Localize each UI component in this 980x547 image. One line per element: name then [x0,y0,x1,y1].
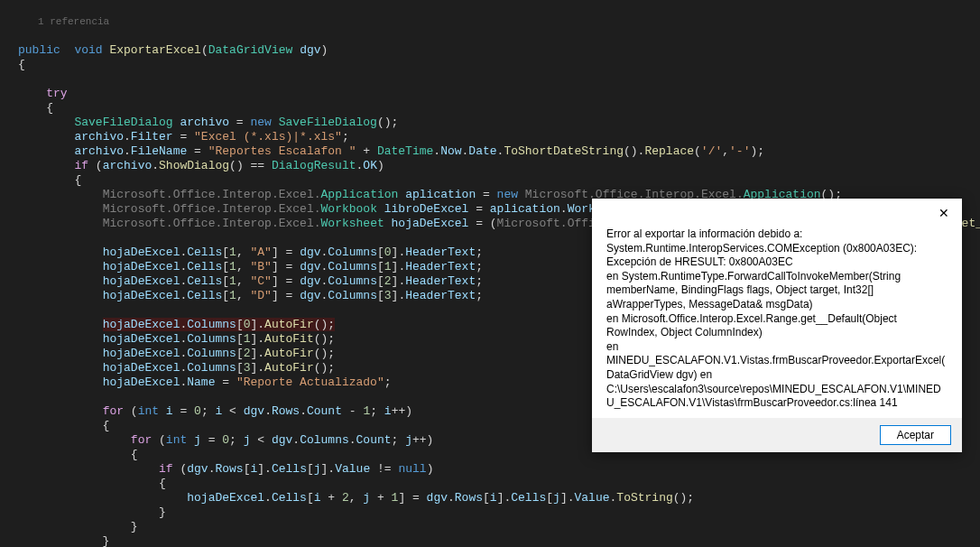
error-line: hojaDeExcel.Columns[0].AutoFir(); [18,318,335,331]
dialog-body: Error al exportar la información debido … [592,227,962,418]
error-text: en MINEDU_ESCALAFON.V1.Vistas.frmBuscarP… [606,340,948,411]
method-name: ExportarExcel [109,43,200,57]
dialog-titlebar: ✕ [592,199,962,227]
accept-button[interactable]: Aceptar [880,425,951,445]
close-icon[interactable]: ✕ [933,202,955,224]
error-text: en Microsoft.Office.Interop.Excel.Range.… [606,312,948,340]
param-name: dgv [300,43,320,57]
keyword-public: public [18,43,60,57]
error-dialog: ✕ Error al exportar la información debid… [592,199,962,452]
error-text: Error al exportar la información debido … [606,227,948,242]
reference-count: 1 referencia [18,14,962,29]
keyword-void: void [74,43,102,57]
dialog-footer: Aceptar [592,418,962,452]
error-text: en System.RuntimeType.ForwardCallToInvok… [606,270,948,312]
param-type: DataGridView [208,43,293,57]
error-text: System.Runtime.InteropServices.COMExcept… [606,242,948,270]
keyword-try: try [46,87,67,100]
